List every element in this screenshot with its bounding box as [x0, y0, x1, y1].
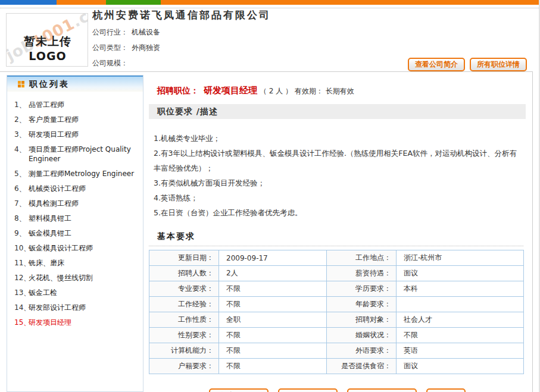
company-type-label: 公司类型：	[92, 43, 128, 52]
basic-field-value: 不限	[219, 328, 327, 343]
basic-field-label: 更新日期：	[149, 250, 219, 266]
job-item-label[interactable]: 项目质量工程师Project Quality Engineer	[29, 145, 139, 164]
header-divider	[0, 71, 533, 72]
job-item-label[interactable]: 客户质量工程师	[29, 115, 139, 124]
basic-field-label: 专业要求：	[149, 281, 219, 297]
job-item-label[interactable]: 钣金工检	[29, 288, 139, 297]
recommend-to-friend-button[interactable]: 推荐给好友	[347, 388, 417, 392]
job-item-number: 8、	[11, 214, 29, 223]
job-item-label[interactable]: 品管工程师	[29, 100, 139, 109]
company-name: 杭州安费诺飞凤通信部品有限公司	[92, 8, 271, 22]
basic-field-value: 不限	[219, 359, 327, 374]
job-list-item-10[interactable]: 10、钣金模具设计工程师	[11, 243, 139, 253]
job-item-label[interactable]: 塑料模具钳工	[29, 214, 139, 223]
basic-field-value	[397, 297, 524, 312]
job-item-label[interactable]: 钣金模具设计工程师	[29, 243, 139, 253]
basic-field-value: 面议	[397, 359, 524, 374]
view-company-intro-button[interactable]: 查看公司简介	[408, 58, 465, 71]
job-list-item-3[interactable]: 3、研发项目工程师	[11, 130, 139, 139]
job-item-number: 2、	[11, 115, 29, 124]
job-item-number: 14、	[11, 303, 29, 312]
job-item-label[interactable]: 机械类设计工程师	[29, 184, 139, 193]
job-list-item-9[interactable]: 9、钣金模具钳工	[11, 228, 139, 238]
basic-field-label: 学历要求：	[327, 281, 397, 297]
basic-field-label: 户籍要求：	[149, 359, 219, 374]
basic-table-row-3: 专业要求：不限学历要求：本科	[149, 281, 524, 297]
job-list-item-13[interactable]: 13、钣金工检	[11, 288, 139, 297]
job-list-item-1[interactable]: 1、品管工程师	[11, 100, 139, 109]
basic-field-value: 不限	[219, 297, 327, 312]
job-list-item-12[interactable]: 12、火花机、慢丝线切割	[11, 273, 139, 283]
job-detail-main: 招聘职位：研发项目经理（ 2 人 ） 有效期： 长期有效 职位要求 /描述 1.…	[149, 79, 526, 392]
basic-field-label: 工作性质：	[149, 312, 219, 328]
basic-table-row-6: 性别要求：不限婚姻状况：不限	[149, 328, 524, 343]
job-requirement-line-4: 4.英语熟练；	[154, 190, 518, 205]
job-title: 研发项目经理	[204, 85, 257, 96]
company-industry-value: 机械设备	[132, 28, 160, 36]
basic-field-label: 招聘人数：	[149, 266, 219, 281]
basic-table-row-4: 工作经验：不限年龄要求：	[149, 297, 524, 312]
basic-field-label: 工作地点：	[327, 250, 397, 266]
job-item-number: 5、	[11, 169, 29, 178]
basic-field-value: 英语	[397, 343, 524, 359]
basic-table-row-1: 更新日期：2009-09-17工作地点：浙江-杭州市	[149, 250, 524, 266]
apply-now-button[interactable]: 立刻申请	[209, 388, 269, 392]
basic-requirements-divider	[149, 246, 523, 246]
basic-field-value: 全职	[219, 312, 327, 328]
job-list-header: 职位列表	[7, 76, 143, 92]
job-requirement-line-2: 2.有3年以上结构设计或塑料模具、钣金模具设计工作经验.（熟练使用相关FEA软件…	[154, 146, 518, 175]
job-item-label[interactable]: 测量工程师Metrology Engineer	[29, 169, 139, 178]
all-jobs-detail-button[interactable]: 所有职位详情	[470, 58, 527, 71]
company-logo-placeholder: job1001.com 暂未上传LOGO	[6, 13, 88, 67]
job-item-number: 10、	[11, 243, 29, 253]
basic-field-value: 不限	[219, 281, 327, 297]
job-item-label[interactable]: 钣金模具钳工	[29, 228, 139, 238]
job-item-number: 6、	[11, 184, 29, 193]
job-list-item-7[interactable]: 7、模具检测工程师	[11, 199, 139, 208]
job-list: 1、品管工程师2、客户质量工程师3、研发项目工程师4、项目质量工程师Projec…	[7, 92, 143, 327]
job-description-text: 1.机械类专业毕业；2.有3年以上结构设计或塑料模具、钣金模具设计工作经验.（熟…	[149, 131, 518, 220]
job-list-item-8[interactable]: 8、塑料模具钳工	[11, 214, 139, 223]
job-requirement-line-3: 3.有类似机械方面项目开发经验；	[154, 175, 518, 190]
basic-field-label: 计算机能力：	[149, 343, 219, 359]
basic-field-value: 2人	[219, 266, 327, 281]
basic-field-value: 面议	[397, 266, 524, 281]
job-item-label[interactable]: 模具检测工程师	[29, 199, 139, 208]
job-list-item-14[interactable]: 14、研发部设计工程师	[11, 303, 139, 312]
job-list-item-11[interactable]: 11、铣床、磨床	[11, 258, 139, 268]
basic-table-row-5: 工作性质：全职招聘对象：社会人才	[149, 312, 524, 328]
company-industry-label: 公司行业：	[92, 28, 128, 36]
save-job-button[interactable]: 收藏职位	[278, 388, 338, 392]
job-header: 招聘职位：研发项目经理（ 2 人 ） 有效期： 长期有效	[149, 84, 526, 96]
job-header-meta: （ 2 人 ） 有效期： 长期有效	[260, 87, 354, 95]
job-item-label[interactable]: 研发项目工程师	[29, 130, 139, 139]
job-item-label[interactable]: 研发部设计工程师	[29, 303, 139, 312]
basic-field-value: 不限	[397, 328, 524, 343]
company-size-field: 公司规模：	[92, 58, 132, 68]
page: job1001.com 暂未上传LOGO 杭州安费诺飞凤通信部品有限公司 公司行…	[0, 0, 540, 392]
basic-field-value: 不限	[219, 343, 327, 359]
job-item-label[interactable]: 研发项目经理	[29, 318, 139, 327]
basic-field-label: 薪资待遇：	[327, 266, 397, 281]
basic-table-row-8: 户籍要求：不限是否提供食宿：面议	[149, 359, 524, 374]
job-description-section-title: 职位要求 /描述	[157, 106, 218, 117]
company-industry-field: 公司行业：机械设备	[92, 27, 160, 37]
topbar-segment-0	[0, 0, 57, 5]
basic-field-label: 工作经验：	[149, 297, 219, 312]
basic-table-row-7: 计算机能力：不限外语要求：英语	[149, 343, 524, 359]
job-list-item-4[interactable]: 4、项目质量工程师Project Quality Engineer	[11, 145, 139, 164]
job-list-item-6[interactable]: 6、机械类设计工程师	[11, 184, 139, 193]
job-item-number: 7、	[11, 199, 29, 208]
topbar-segment-1	[57, 0, 106, 5]
job-item-number: 11、	[11, 258, 29, 268]
job-item-number: 1、	[11, 100, 29, 109]
content-right-border	[532, 71, 533, 392]
job-item-label[interactable]: 铣床、磨床	[29, 258, 139, 268]
job-list-item-15[interactable]: 15、研发项目经理	[11, 318, 139, 327]
job-item-number: 15、	[11, 318, 29, 327]
job-requirement-line-1: 1.机械类专业毕业；	[154, 131, 518, 146]
job-item-label[interactable]: 火花机、慢丝线切割	[29, 273, 139, 283]
job-list-item-5[interactable]: 5、测量工程师Metrology Engineer	[11, 169, 139, 178]
print-button[interactable]: 打印	[426, 388, 466, 392]
job-list-item-2[interactable]: 2、客户质量工程师	[11, 115, 139, 124]
